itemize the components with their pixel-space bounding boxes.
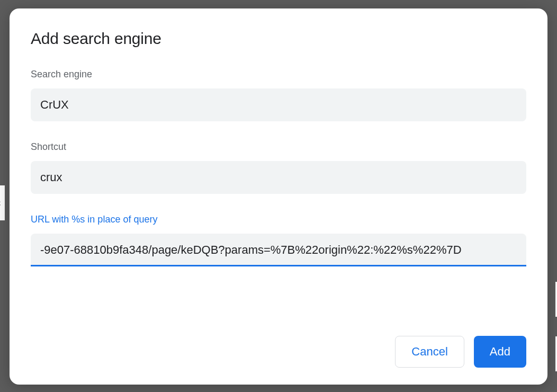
url-field: URL with %s in place of query [31, 214, 526, 266]
shortcut-label: Shortcut [31, 141, 526, 153]
search-engine-input[interactable] [31, 88, 526, 121]
add-button[interactable]: Add [474, 336, 526, 368]
background-fragment-left: ac [0, 185, 5, 220]
shortcut-field: Shortcut [31, 141, 526, 194]
search-engine-field: Search engine [31, 69, 526, 121]
dialog-title: Add search engine [31, 30, 526, 48]
dialog-button-row: Cancel Add [31, 336, 526, 368]
search-engine-label: Search engine [31, 69, 526, 80]
shortcut-input[interactable] [31, 161, 526, 194]
url-input[interactable] [31, 234, 526, 266]
cancel-button[interactable]: Cancel [395, 336, 464, 368]
url-label: URL with %s in place of query [31, 214, 526, 225]
add-search-engine-dialog: Add search engine Search engine Shortcut… [10, 8, 547, 385]
